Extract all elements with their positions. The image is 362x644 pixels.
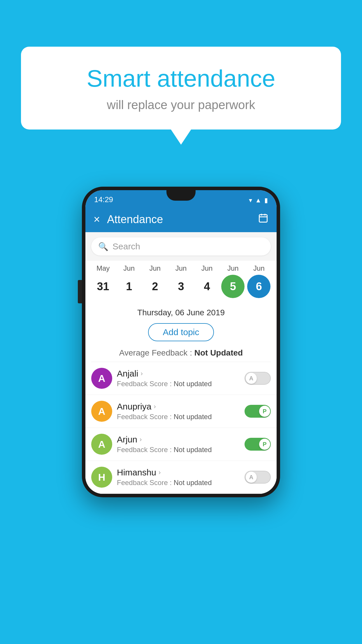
cal-date-2[interactable]: 2 <box>143 275 167 298</box>
toggle-knob-anjali: A <box>246 373 257 384</box>
phone-frame: 14:29 ▾ ▲ ▮ × Attendance <box>82 187 280 497</box>
toggle-himanshu[interactable]: A <box>245 471 271 484</box>
chevron-himanshu: › <box>159 469 161 476</box>
calendar-icon[interactable] <box>258 213 268 226</box>
cal-date-5-today[interactable]: 5 <box>221 275 245 298</box>
phone-screen: 14:29 ▾ ▲ ▮ × Attendance <box>85 190 277 494</box>
phone-wrapper: 14:29 ▾ ▲ ▮ × Attendance <box>82 187 280 497</box>
add-topic-button[interactable]: Add topic <box>148 323 214 341</box>
calendar-months: May Jun Jun Jun Jun Jun Jun <box>85 264 277 272</box>
student-feedback-anjali: Feedback Score : Not updated <box>117 380 240 388</box>
avatar-arjun: A <box>91 434 112 455</box>
cal-month-6[interactable]: Jun <box>247 264 270 272</box>
bubble-title: Smart attendance <box>44 64 318 93</box>
student-item-anupriya: A Anupriya › Feedback Score : Not update… <box>85 395 277 428</box>
cal-date-6-selected[interactable]: 6 <box>247 275 270 298</box>
status-time: 14:29 <box>94 195 113 204</box>
toggle-knob-himanshu: A <box>246 472 257 483</box>
toggle-anjali[interactable]: A <box>245 372 271 385</box>
phone-notch <box>166 190 196 201</box>
student-name-himanshu[interactable]: Himanshu › <box>117 468 240 477</box>
cal-month-2[interactable]: Jun <box>143 264 167 272</box>
student-name-anupriya[interactable]: Anupriya › <box>117 402 240 412</box>
cal-date-4[interactable]: 4 <box>195 275 219 298</box>
cal-date-3[interactable]: 3 <box>169 275 193 298</box>
bubble-subtitle: will replace your paperwork <box>44 98 318 112</box>
student-name-anjali[interactable]: Anjali › <box>117 369 240 379</box>
avatar-anupriya: A <box>91 401 112 422</box>
avg-feedback-label: Average Feedback : <box>119 348 194 357</box>
wifi-icon: ▾ <box>249 197 252 204</box>
chevron-anupriya: › <box>154 403 156 410</box>
search-icon: 🔍 <box>98 242 108 251</box>
search-bar[interactable]: 🔍 Search <box>91 237 271 256</box>
search-placeholder: Search <box>113 242 140 251</box>
feedback-value-himanshu: Not updated <box>174 479 212 487</box>
calendar-row: May Jun Jun Jun Jun Jun Jun 31 1 2 3 4 5… <box>85 261 277 304</box>
chevron-arjun: › <box>140 436 142 443</box>
cal-month-0[interactable]: May <box>92 264 115 272</box>
feedback-value-anjali: Not updated <box>174 380 212 388</box>
signal-icon: ▲ <box>255 197 261 204</box>
chevron-anjali: › <box>140 370 143 377</box>
student-info-himanshu: Himanshu › Feedback Score : Not updated <box>112 468 245 487</box>
cal-date-31[interactable]: 31 <box>92 275 115 298</box>
speech-bubble: Smart attendance will replace your paper… <box>21 47 341 130</box>
selected-date-label: Thursday, 06 June 2019 <box>85 304 277 320</box>
toggle-knob-arjun: P <box>259 439 270 450</box>
calendar-dates: 31 1 2 3 4 5 6 <box>85 275 277 298</box>
feedback-value-arjun: Not updated <box>174 446 212 454</box>
header-title: Attendance <box>107 213 251 226</box>
student-item-anjali: A Anjali › Feedback Score : Not updated … <box>85 362 277 395</box>
app-header: × Attendance <box>85 206 277 232</box>
student-info-arjun: Arjun › Feedback Score : Not updated <box>112 435 245 454</box>
average-feedback: Average Feedback : Not Updated <box>85 346 277 362</box>
cal-date-1[interactable]: 1 <box>117 275 141 298</box>
toggle-knob-anupriya: P <box>259 406 270 417</box>
student-feedback-anupriya: Feedback Score : Not updated <box>117 413 240 421</box>
avatar-anjali: A <box>91 368 112 389</box>
student-item-arjun: A Arjun › Feedback Score : Not updated P <box>85 428 277 461</box>
student-feedback-himanshu: Feedback Score : Not updated <box>117 479 240 487</box>
close-button[interactable]: × <box>94 214 100 225</box>
student-list: A Anjali › Feedback Score : Not updated … <box>85 362 277 494</box>
student-name-arjun[interactable]: Arjun › <box>117 435 240 444</box>
student-feedback-arjun: Feedback Score : Not updated <box>117 446 240 454</box>
toggle-arjun[interactable]: P <box>245 438 271 451</box>
toggle-anupriya[interactable]: P <box>245 405 271 418</box>
student-info-anjali: Anjali › Feedback Score : Not updated <box>112 369 245 388</box>
svg-rect-0 <box>259 215 267 222</box>
cal-month-1[interactable]: Jun <box>117 264 141 272</box>
search-container: 🔍 Search <box>85 232 277 261</box>
status-icons: ▾ ▲ ▮ <box>249 197 268 204</box>
feedback-value-anupriya: Not updated <box>174 413 212 421</box>
avatar-himanshu: H <box>91 467 112 488</box>
student-item-himanshu: H Himanshu › Feedback Score : Not update… <box>85 461 277 494</box>
add-topic-container: Add topic <box>85 320 277 346</box>
avg-feedback-value: Not Updated <box>194 348 243 357</box>
battery-icon: ▮ <box>264 197 268 204</box>
cal-month-5[interactable]: Jun <box>221 264 245 272</box>
student-info-anupriya: Anupriya › Feedback Score : Not updated <box>112 402 245 421</box>
cal-month-3[interactable]: Jun <box>169 264 193 272</box>
cal-month-4[interactable]: Jun <box>195 264 219 272</box>
